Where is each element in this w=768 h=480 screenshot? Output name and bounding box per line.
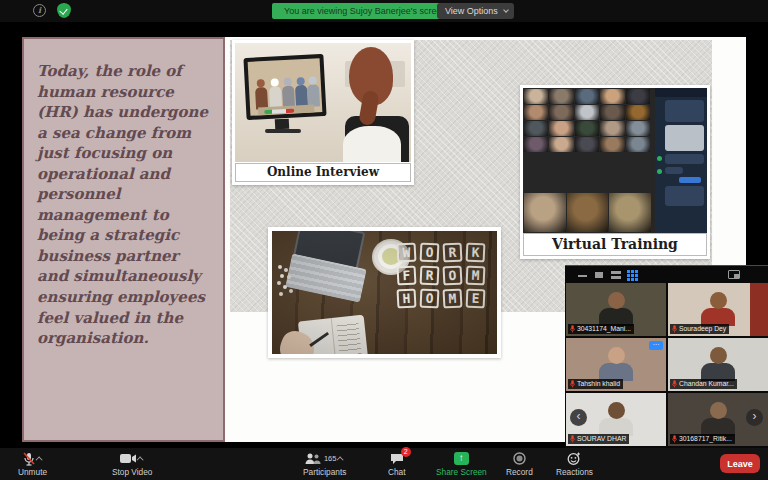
- laptop-illustration: [293, 231, 366, 271]
- gallery-next-button[interactable]: ›: [746, 409, 763, 426]
- slide-paragraph: Today, the role of human resource (HR) h…: [37, 62, 208, 347]
- work-from-home-photo: WORKFROMHOME: [272, 231, 497, 354]
- participant-name-label: SOURAV DHAR: [568, 434, 629, 444]
- virtual-training-caption: Virtual Training: [523, 233, 707, 256]
- video-grid-illustration: [524, 89, 652, 152]
- online-interview-caption: Online Interview: [235, 163, 411, 182]
- exit-minimized-video-icon[interactable]: [728, 270, 740, 279]
- participant-video-tile[interactable]: 30431174_Mani...: [566, 283, 666, 336]
- participant-name-label: 30168717_Ritik...: [670, 434, 735, 444]
- online-interview-photo: [235, 43, 411, 162]
- share-screen-button[interactable]: ↑ Share Screen: [436, 451, 487, 477]
- record-icon: [513, 452, 526, 465]
- participant-video-tile[interactable]: Chandan Kumar...: [668, 338, 768, 391]
- participant-name-label: Souradeep Dey: [670, 324, 729, 334]
- share-screen-icon: ↑: [454, 452, 469, 465]
- view-options-button[interactable]: View Options: [437, 3, 514, 19]
- zoom-meeting-window: i You are viewing Sujoy Banerjee's scree…: [0, 0, 768, 480]
- stop-video-button[interactable]: Stop Video: [112, 451, 152, 477]
- slide-text-panel: Today, the role of human resource (HR) h…: [22, 37, 225, 442]
- reactions-smiley-icon: [567, 452, 581, 466]
- participant-name-label: 30431174_Mani...: [568, 324, 634, 334]
- chat-panel-illustration: [655, 88, 707, 233]
- virtual-training-card: Virtual Training: [520, 85, 710, 259]
- meeting-top-bar: i You are viewing Sujoy Banerjee's scree…: [0, 0, 768, 22]
- participant-video-tile[interactable]: Souradeep Dey: [668, 283, 768, 336]
- wfh-letter-tiles: WORKFROMHOME: [397, 243, 485, 308]
- participants-icon: [305, 453, 321, 465]
- participant-name-label: Tahshin khalid: [568, 379, 623, 389]
- tile-more-button[interactable]: ⋯: [649, 341, 663, 350]
- monitor-illustration: [243, 54, 326, 120]
- view-options-label: View Options: [445, 6, 498, 16]
- microphone-muted-icon: [23, 452, 35, 466]
- small-view-icon[interactable]: [595, 272, 603, 278]
- flowers-illustration: [278, 265, 282, 269]
- gallery-grid: 30431174_Mani...Souradeep Dey⋯Tahshin kh…: [565, 283, 768, 446]
- virtual-training-photo: [523, 88, 707, 233]
- gallery-header: [565, 266, 768, 283]
- notebook-illustration: [298, 315, 368, 354]
- participants-button[interactable]: 165 Participants: [303, 451, 346, 477]
- meeting-info-icon[interactable]: i: [33, 4, 46, 17]
- video-grid-bottom-row: [524, 193, 652, 232]
- leave-button[interactable]: Leave: [720, 454, 760, 473]
- audio-options-caret[interactable]: [35, 456, 42, 463]
- participants-caret[interactable]: [337, 456, 344, 463]
- work-from-home-card: WORKFROMHOME: [268, 227, 501, 358]
- participant-video-tile[interactable]: ⋯Tahshin khalid: [566, 338, 666, 391]
- online-interview-card: Online Interview: [232, 40, 414, 185]
- camera-icon: [120, 453, 136, 464]
- teacup-illustration: [374, 241, 408, 273]
- chat-button[interactable]: 2 Chat: [388, 451, 406, 477]
- chat-badge: 2: [401, 447, 411, 457]
- participants-count: 165: [324, 454, 337, 463]
- participant-name-label: Chandan Kumar...: [670, 379, 737, 389]
- participant-gallery-panel: 30431174_Mani...Souradeep Dey⋯Tahshin kh…: [565, 265, 768, 448]
- record-button[interactable]: Record: [506, 451, 533, 477]
- chevron-down-icon: [503, 7, 509, 13]
- gallery-prev-button[interactable]: ‹: [570, 409, 587, 426]
- reactions-button[interactable]: Reactions: [556, 451, 593, 477]
- hand-illustration: [275, 327, 319, 354]
- gallery-view-icon[interactable]: [627, 270, 638, 281]
- encryption-shield-icon[interactable]: [57, 3, 71, 18]
- minimize-icon[interactable]: [578, 275, 587, 277]
- unmute-button[interactable]: Unmute: [18, 451, 47, 477]
- viewing-screen-banner: You are viewing Sujoy Banerjee's screen: [272, 3, 458, 19]
- meeting-toolbar: Unmute Stop Video 165: [0, 448, 768, 480]
- strip-view-icon[interactable]: [611, 271, 621, 279]
- video-options-caret[interactable]: [137, 456, 144, 463]
